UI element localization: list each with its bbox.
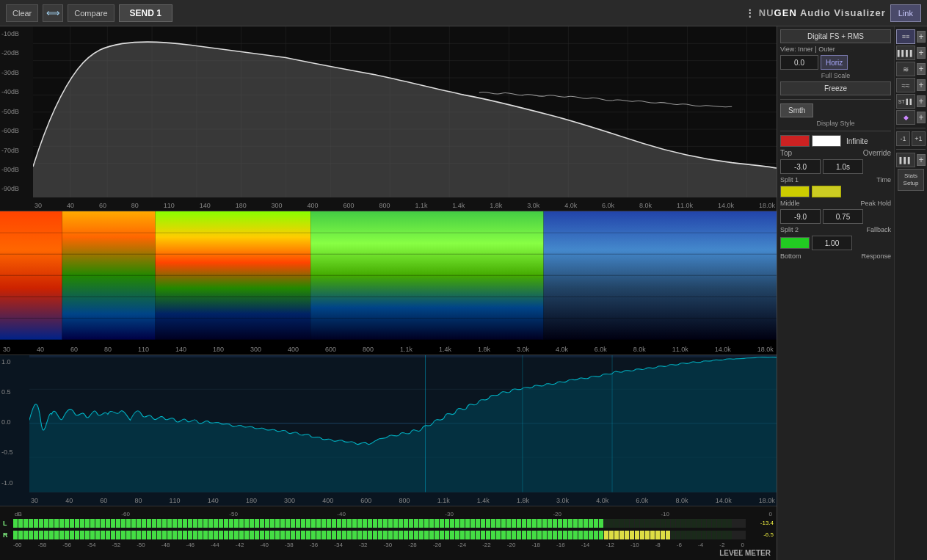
split1-input[interactable] [780,159,821,174]
meter-segment [681,519,686,528]
meter-segment [666,531,670,539]
meter-segment [686,531,691,539]
meter-segment [481,531,485,539]
meter-segment [229,531,233,539]
meter-segment [49,519,54,528]
meter-segment [18,519,23,528]
meter-segment [558,531,562,539]
meter-segment [116,531,120,539]
fallback-input[interactable] [823,209,863,224]
meter-segment [388,519,393,528]
fr-btn-waves[interactable]: ≈≈ [896,78,915,92]
meter-segment [650,519,655,528]
stats-setup-button[interactable]: Stats Setup [898,169,924,191]
fr-row-8: ▌▌▌ + [896,153,926,167]
meter-segment [208,519,213,528]
meter-segment [512,519,516,528]
meter-segment [619,519,624,528]
freeze-button[interactable]: Freeze [780,81,891,95]
meter-segment [691,531,696,539]
meter-segment [29,519,33,528]
clear-button[interactable]: Clear [6,4,38,22]
arrow-button[interactable]: ⟺ [43,4,63,22]
bottom-row [780,236,891,250]
fr-btn-diamond[interactable]: ◆ [896,110,915,125]
meter-segment [589,531,593,539]
db-labels: -10dB -20dB -30dB -40dB -50dB -60dB -70d… [0,26,33,196]
split2-input[interactable] [780,209,821,224]
meter-segment [101,531,105,539]
meter-segment [280,519,285,528]
meter-segment [239,531,244,539]
meter-segment [270,519,275,528]
fr-plus-1[interactable]: + [917,31,926,43]
meter-segment [697,519,701,528]
meter-segment [342,531,346,539]
smth-button[interactable]: Smth [780,103,813,117]
fr-btn-bars[interactable]: ≡≡ [896,29,915,44]
meter-segment [697,531,701,539]
response-input[interactable] [812,236,852,250]
fr-plus-5[interactable]: + [917,95,926,107]
send-button[interactable]: SEND 1 [119,4,172,22]
meter-segment [584,531,588,539]
meter-segment [193,519,197,528]
meter-segment [707,519,711,528]
fr-btn-lines[interactable]: ≋ [896,62,915,76]
meter-segment [347,531,352,539]
meter-segment [373,519,377,528]
meter-segment [568,531,572,539]
fr-btn-spectrum[interactable]: ▌▌▌▌ [896,46,915,60]
meter-segment [13,531,18,539]
top-label: Top [780,149,861,157]
time-input[interactable] [823,159,863,174]
meter-segment [635,519,639,528]
meter-segment [332,531,336,539]
fr-row-7: -1 +1 [896,131,926,146]
meter-segment [147,531,151,539]
full-scale-input[interactable] [780,55,818,70]
fallback-label: Fallback [866,226,891,233]
meter-segment [85,531,90,539]
meter-segment [424,531,429,539]
horiz-button[interactable]: Horiz [821,55,848,70]
fr-divider-2 [896,149,926,150]
meter-segment [265,531,269,539]
fr-btn-plus1[interactable]: +1 [912,131,926,146]
meter-segment [496,519,501,528]
meter-segment [116,519,120,528]
fr-btn-minus1[interactable]: -1 [896,131,910,146]
meter-segment [378,519,382,528]
meter-segment [65,519,69,528]
link-button[interactable]: Link [890,4,921,22]
meter-segment [727,519,732,528]
meter-segment [584,519,588,528]
fr-plus-3[interactable]: + [917,63,926,75]
meter-segment [172,531,177,539]
fr-row-1: ≡≡ + [896,29,926,44]
fr-btn-st[interactable]: ST ▌▌ [896,94,915,109]
meter-segment [532,531,537,539]
compare-button[interactable]: Compare [68,4,114,22]
fr-plus-7[interactable]: + [917,154,926,166]
meter-segment [671,531,675,539]
digital-fs-rms-button[interactable]: Digital FS + RMS [780,29,891,43]
fr-plus-2[interactable]: + [917,47,926,59]
fr-row-5: ST ▌▌ + [896,94,926,109]
meter-segment [568,519,572,528]
meter-segment [599,519,603,528]
meter-segment [172,519,177,528]
fr-plus-4[interactable]: + [917,79,926,91]
fr-plus-6[interactable]: + [917,112,926,123]
meter-segment [337,531,341,539]
meter-segment [707,531,711,539]
middle-row [780,186,891,197]
setup-label: Setup [904,180,919,187]
meter-segment [445,519,449,528]
fr-btn-meter[interactable]: ▌▌▌ [896,153,915,167]
main-area: -10dB -20dB -30dB -40dB -50dB -60dB -70d… [0,26,927,560]
meter-segment [614,519,619,528]
meter-segment [573,519,578,528]
middle-color-swatch [780,186,810,197]
meter-segment [496,531,501,539]
